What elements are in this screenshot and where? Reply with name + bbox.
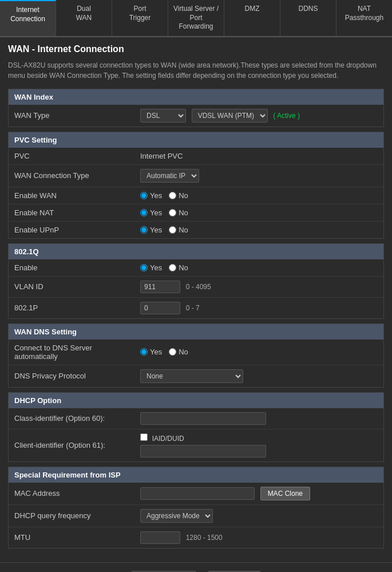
class-id-label: Class-identifier (Option 60): <box>9 408 134 429</box>
client-id-wrapper: IAID/DUID <box>140 433 378 457</box>
dot1q-enable-label: Enable <box>9 259 134 277</box>
wan-dns-table: Connect to DNS Server automatically Yes … <box>9 340 383 387</box>
client-id-row: Client-identifier (Option 61): IAID/DUID <box>9 429 383 461</box>
dhcp-query-select[interactable]: Aggressive Mode Normal Mode <box>140 509 213 523</box>
pvc-row: PVC Internet PVC <box>9 148 383 165</box>
enable-nat-no-label[interactable]: No <box>169 208 188 217</box>
tab-dmz[interactable]: DMZ <box>224 0 280 36</box>
wan-connection-type-row: WAN Connection Type Automatic IP Static … <box>9 164 383 187</box>
dhcp-query-label: DHCP query frequency <box>9 504 134 527</box>
dns-privacy-label: DNS Privacy Protocol <box>9 365 134 387</box>
dhcp-option-table: Class-identifier (Option 60): Client-ide… <box>9 408 383 461</box>
dot1q-enable-no-radio[interactable] <box>169 264 176 271</box>
client-id-label: Client-identifier (Option 61): <box>9 429 134 461</box>
auto-dns-yes-label[interactable]: Yes <box>140 348 162 356</box>
vlan-id-input[interactable] <box>140 281 180 293</box>
enable-wan-yes-radio[interactable] <box>140 192 148 199</box>
pvc-setting-header: PVC Setting <box>9 132 383 148</box>
class-id-input[interactable] <box>140 412 266 425</box>
dhcp-query-row: DHCP query frequency Aggressive Mode Nor… <box>9 504 383 527</box>
special-req-section: Special Requirement from ISP MAC Address… <box>8 467 384 549</box>
wan-connection-type-label: WAN Connection Type <box>9 164 134 187</box>
dot1q-enable-yes-label[interactable]: Yes <box>140 263 162 272</box>
wan-type-value: DSL Ethernet VDSL WAN (PTM) ADSL WAN (AT… <box>134 105 383 127</box>
dot1q-enable-no-label[interactable]: No <box>169 263 188 272</box>
enable-upnp-row: Enable UPnP Yes No <box>9 221 383 238</box>
enable-upnp-no-label[interactable]: No <box>169 226 188 234</box>
wan-connection-type-value: Automatic IP Static IP PPPoE <box>134 164 383 187</box>
page-description: DSL-AX82U supports several connection ty… <box>8 60 384 81</box>
wan-type-vdsl-select[interactable]: VDSL WAN (PTM) ADSL WAN (ATM) <box>192 109 268 123</box>
pvc-label: PVC <box>9 148 134 165</box>
iaid-duid-checkbox[interactable] <box>140 433 148 441</box>
dot1p-range: 0 - 7 <box>186 304 200 312</box>
dot1q-table: Enable Yes No VLAN ID 0 - <box>9 259 383 318</box>
dot1q-header: 802.1Q <box>9 244 383 259</box>
wan-type-label: WAN Type <box>9 105 134 127</box>
vlan-id-label: VLAN ID <box>9 276 134 297</box>
wan-type-dsl-select[interactable]: DSL Ethernet <box>140 109 186 123</box>
enable-nat-row: Enable NAT Yes No <box>9 204 383 221</box>
enable-upnp-label: Enable UPnP <box>9 221 134 238</box>
enable-upnp-no-radio[interactable] <box>169 226 176 234</box>
enable-wan-row: Enable WAN Yes No <box>9 187 383 204</box>
client-id-input[interactable] <box>140 445 266 457</box>
wan-connection-type-select[interactable]: Automatic IP Static IP PPPoE <box>140 169 199 183</box>
dot1p-row: 802.1P 0 - 7 <box>9 297 383 318</box>
pvc-setting-section: PVC Setting PVC Internet PVC WAN Connect… <box>8 132 384 239</box>
auto-dns-label: Connect to DNS Server automatically <box>9 340 134 365</box>
vlan-id-row: VLAN ID 0 - 4095 <box>9 276 383 297</box>
tab-internet-connection[interactable]: Internet Connection <box>0 0 56 36</box>
dot1p-label: 802.1P <box>9 297 134 318</box>
tab-virtual-server-port-forwarding[interactable]: Virtual Server / PortForwarding <box>168 0 224 36</box>
tab-nat-passthrough[interactable]: NATPassthrough <box>336 0 392 36</box>
wan-dns-section: WAN DNS Setting Connect to DNS Server au… <box>8 324 384 388</box>
tab-dual-wan[interactable]: DualWAN <box>56 0 112 36</box>
dot1q-section: 802.1Q Enable Yes No VLAN ID <box>8 243 384 319</box>
enable-nat-radio-group: Yes No <box>140 208 378 217</box>
enable-wan-no-radio[interactable] <box>169 192 176 199</box>
enable-upnp-radio-group: Yes No <box>140 226 378 234</box>
mtu-row: MTU 1280 - 1500 <box>9 527 383 548</box>
iaid-duid-label: IAID/DUID <box>152 435 184 443</box>
dot1q-enable-row: Enable Yes No <box>9 259 383 277</box>
auto-dns-row: Connect to DNS Server automatically Yes … <box>9 340 383 365</box>
enable-wan-no-label[interactable]: No <box>169 191 188 200</box>
enable-wan-yes-label[interactable]: Yes <box>140 191 162 200</box>
dhcp-option-header: DHCP Option <box>9 393 383 408</box>
wan-index-table: WAN Type DSL Ethernet VDSL WAN (PTM) ADS… <box>9 105 383 127</box>
enable-nat-label: Enable NAT <box>9 204 134 221</box>
wan-index-section: WAN Index WAN Type DSL Ethernet VDSL WAN… <box>8 89 384 127</box>
enable-nat-yes-label[interactable]: Yes <box>140 208 162 217</box>
auto-dns-yes-radio[interactable] <box>140 348 148 356</box>
mac-address-label: MAC Address <box>9 483 134 505</box>
pvc-value: Internet PVC <box>134 148 383 165</box>
enable-upnp-yes-label[interactable]: Yes <box>140 226 162 234</box>
dns-privacy-row: DNS Privacy Protocol None DNS-over-TLS <box>9 365 383 387</box>
dot1q-enable-radio-group: Yes No <box>140 263 378 272</box>
dot1p-input[interactable] <box>140 302 180 314</box>
bottom-bar: Cancel OK <box>0 562 392 572</box>
auto-dns-no-label[interactable]: No <box>169 348 188 356</box>
enable-nat-no-radio[interactable] <box>169 209 176 216</box>
mtu-input[interactable] <box>140 531 180 544</box>
special-req-table: MAC Address MAC Clone DHCP query frequen… <box>9 483 383 548</box>
page-content: WAN - Internet Connection DSL-AX82U supp… <box>0 37 392 562</box>
wan-index-header: WAN Index <box>9 89 383 105</box>
auto-dns-no-radio[interactable] <box>169 348 176 356</box>
enable-upnp-yes-radio[interactable] <box>140 226 148 234</box>
dns-privacy-select[interactable]: None DNS-over-TLS <box>140 369 243 383</box>
page-title: WAN - Internet Connection <box>8 44 384 54</box>
tab-ddns[interactable]: DDNS <box>280 0 336 36</box>
tab-port-trigger[interactable]: PortTrigger <box>112 0 168 36</box>
dot1q-enable-yes-radio[interactable] <box>140 264 148 271</box>
mac-clone-button[interactable]: MAC Clone <box>260 487 310 500</box>
mac-address-input[interactable] <box>140 487 255 500</box>
enable-nat-yes-radio[interactable] <box>140 209 148 216</box>
enable-wan-radio-group: Yes No <box>140 191 378 200</box>
mtu-range: 1280 - 1500 <box>186 534 223 542</box>
vlan-id-range: 0 - 4095 <box>186 283 211 291</box>
auto-dns-radio-group: Yes No <box>140 348 378 356</box>
dhcp-option-section: DHCP Option Class-identifier (Option 60)… <box>8 392 384 462</box>
mtu-label: MTU <box>9 527 134 548</box>
